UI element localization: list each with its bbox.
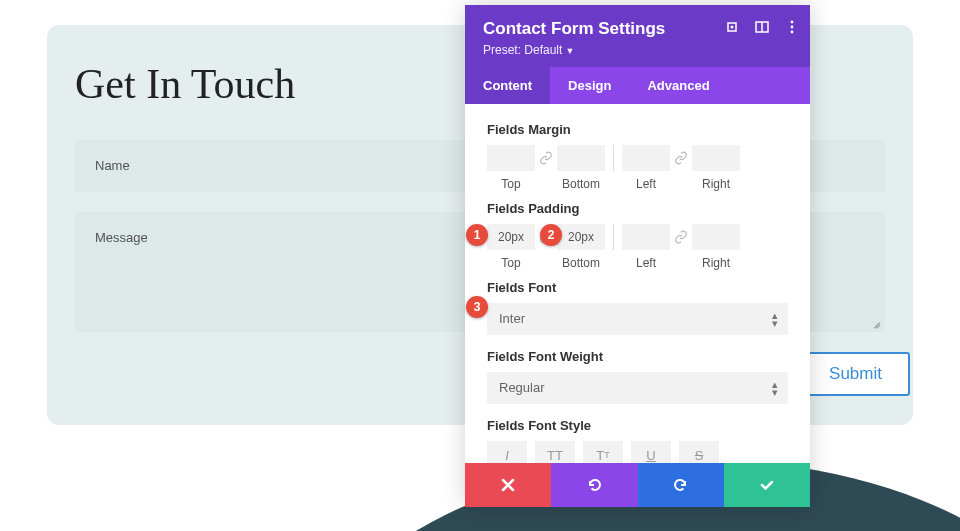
- fields-padding-label: Fields Padding: [487, 201, 788, 216]
- tab-content[interactable]: Content: [465, 67, 550, 104]
- smallcaps-button[interactable]: TT: [583, 441, 623, 463]
- columns-icon[interactable]: [754, 19, 770, 35]
- select-caret-icon: ▴▾: [772, 311, 778, 327]
- fields-margin-label: Fields Margin: [487, 122, 788, 137]
- italic-button[interactable]: I: [487, 441, 527, 463]
- save-button[interactable]: [724, 463, 810, 507]
- padding-right-input[interactable]: [692, 224, 740, 250]
- panel-tabs: Content Design Advanced: [465, 67, 810, 104]
- padding-bottom-input[interactable]: [557, 224, 605, 250]
- padding-left-input[interactable]: [622, 224, 670, 250]
- panel-body: Fields Margin Top Bottom Left Right Fiel…: [465, 104, 810, 463]
- panel-header: Contact Form Settings Preset: Default▼: [465, 5, 810, 67]
- underline-button[interactable]: U: [631, 441, 671, 463]
- annotation-marker-1: 1: [466, 224, 488, 246]
- padding-top-input[interactable]: [487, 224, 535, 250]
- cancel-button[interactable]: [465, 463, 551, 507]
- uppercase-button[interactable]: TT: [535, 441, 575, 463]
- fields-font-weight-select[interactable]: Regular ▴▾: [487, 372, 788, 404]
- annotation-marker-2: 2: [540, 224, 562, 246]
- margin-right-input[interactable]: [692, 145, 740, 171]
- chevron-down-icon: ▼: [565, 46, 574, 56]
- fields-font-label: Fields Font: [487, 280, 788, 295]
- strikethrough-button[interactable]: S: [679, 441, 719, 463]
- expand-icon[interactable]: [724, 19, 740, 35]
- link-horizontal-icon[interactable]: [670, 224, 692, 250]
- redo-button[interactable]: [638, 463, 724, 507]
- link-horizontal-icon[interactable]: [670, 145, 692, 171]
- fields-font-weight-label: Fields Font Weight: [487, 349, 788, 364]
- margin-top-input[interactable]: [487, 145, 535, 171]
- kebab-menu-icon[interactable]: [784, 19, 800, 35]
- fields-font-style-label: Fields Font Style: [487, 418, 788, 433]
- message-placeholder: Message: [95, 230, 148, 245]
- fields-font-select[interactable]: Inter ▴▾: [487, 303, 788, 335]
- preset-selector[interactable]: Preset: Default▼: [483, 43, 792, 57]
- spacing-separator: [613, 145, 614, 171]
- tab-advanced[interactable]: Advanced: [629, 67, 727, 104]
- margin-bottom-input[interactable]: [557, 145, 605, 171]
- svg-point-6: [791, 31, 794, 34]
- svg-point-4: [791, 21, 794, 24]
- submit-button[interactable]: Submit: [801, 352, 910, 396]
- link-vertical-icon[interactable]: [535, 145, 557, 171]
- spacing-separator: [613, 224, 614, 250]
- font-style-buttons: I TT TT U S: [487, 441, 788, 463]
- svg-point-1: [731, 26, 734, 29]
- settings-panel: Contact Form Settings Preset: Default▼ C…: [465, 5, 810, 507]
- name-placeholder: Name: [95, 158, 130, 173]
- fields-margin-row: Top Bottom Left Right: [487, 145, 788, 191]
- undo-button[interactable]: [551, 463, 637, 507]
- select-caret-icon: ▴▾: [772, 380, 778, 396]
- textarea-resize-handle[interactable]: [871, 318, 881, 328]
- panel-footer: [465, 463, 810, 507]
- margin-left-input[interactable]: [622, 145, 670, 171]
- tab-design[interactable]: Design: [550, 67, 629, 104]
- fields-padding-row: Top Bottom Left Right: [487, 224, 788, 270]
- page-heading: Get In Touch: [75, 60, 295, 108]
- svg-point-5: [791, 26, 794, 29]
- annotation-marker-3: 3: [466, 296, 488, 318]
